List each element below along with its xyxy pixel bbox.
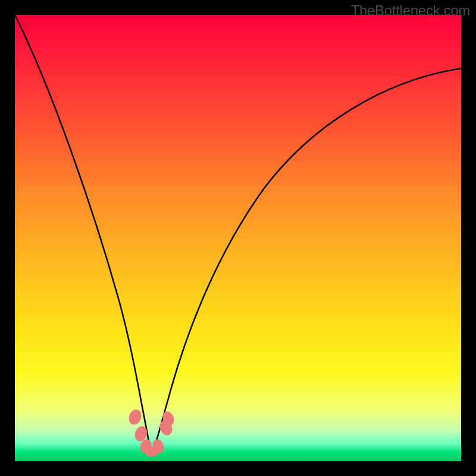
- bottleneck-curve: [15, 15, 461, 453]
- chart-plot-area: [15, 15, 461, 461]
- marker-group: [127, 408, 176, 457]
- curve-marker: [127, 408, 143, 427]
- bottleneck-curve-svg: [15, 15, 461, 461]
- watermark-text: TheBottleneck.com: [351, 2, 470, 19]
